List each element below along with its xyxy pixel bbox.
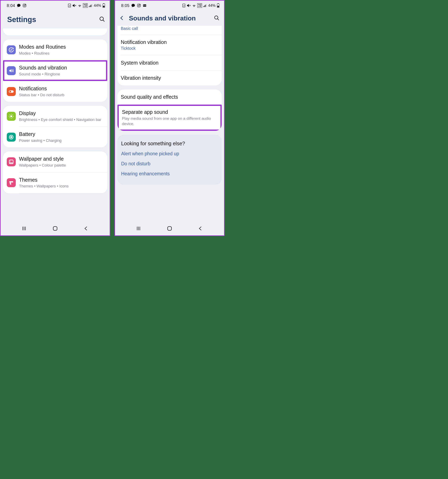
item-themes[interactable]: Themes Themes • Wallpapers • Icons <box>3 173 107 193</box>
svg-rect-20 <box>53 226 57 230</box>
item-title: Notifications <box>19 85 103 92</box>
search-button[interactable] <box>99 16 105 23</box>
item-call-vibration[interactable]: Call vibration Basic call <box>118 26 222 34</box>
signal-icon <box>89 4 92 7</box>
item-subtitle: Sound mode • Ringtone <box>19 72 102 77</box>
item-subtitle: Power saving • Charging <box>19 138 103 143</box>
status-bar: 8:05 Vo))LTE 44% <box>115 1 224 10</box>
item-system-vibration[interactable]: System vibration <box>118 55 222 70</box>
link-hearing[interactable]: Hearing enhancements <box>121 171 218 177</box>
wifi-icon <box>78 4 82 7</box>
instagram-icon <box>137 3 141 7</box>
card-display-group: Display Brightness • Eye comfort shield … <box>3 106 107 147</box>
item-notifications[interactable]: Notifications Status bar • Do not distur… <box>3 81 107 102</box>
back-button[interactable] <box>198 226 203 232</box>
highlight-sounds: Sounds and vibration Sound mode • Ringto… <box>3 60 107 81</box>
svg-point-23 <box>140 5 140 5</box>
item-title: Notification vibration <box>121 39 218 45</box>
clock: 8:05 <box>121 3 130 8</box>
toggle-icon <box>7 87 16 96</box>
svg-rect-25 <box>183 4 185 7</box>
sun-icon <box>7 112 16 121</box>
item-title: System vibration <box>121 60 218 66</box>
home-button[interactable] <box>52 226 58 232</box>
mute-icon <box>187 4 191 7</box>
svg-rect-29 <box>206 4 206 7</box>
speaker-icon <box>7 66 16 75</box>
looking-heading: Looking for something else? <box>121 141 218 146</box>
sounds-list[interactable]: Call vibration Basic call Notification v… <box>115 26 224 222</box>
svg-rect-28 <box>205 5 206 7</box>
clock: 8:04 <box>7 3 15 8</box>
phone-right: 8:05 Vo))LTE 44% Sounds and vibration <box>114 0 225 236</box>
volte-icon: Vo))LTE <box>197 3 202 8</box>
item-subtitle: Wallpapers • Colour palette <box>19 163 103 168</box>
mute-icon <box>72 4 76 7</box>
battery-ring-icon <box>7 133 16 142</box>
item-wallpaper-style[interactable]: Wallpaper and style Wallpapers • Colour … <box>3 151 107 172</box>
svg-rect-26 <box>203 6 204 7</box>
link-dnd[interactable]: Do not disturb <box>121 161 218 166</box>
svg-rect-3 <box>68 4 71 7</box>
instagram-icon <box>22 3 26 7</box>
chat-icon <box>131 3 135 7</box>
svg-rect-10 <box>103 6 105 7</box>
recents-button[interactable] <box>21 226 27 232</box>
item-notification-vibration[interactable]: Notification vibration Ticktock <box>118 35 222 55</box>
item-title: Modes and Routines <box>19 44 103 50</box>
svg-rect-6 <box>91 5 91 7</box>
item-modes-routines[interactable]: Modes and Routines Modes • Routines <box>3 40 107 60</box>
item-subtitle: Play media sound from one app on a diffe… <box>122 116 217 126</box>
link-alert-pickup[interactable]: Alert when phone picked up <box>121 151 218 157</box>
highlight-separate-app: Separate app sound Play media sound from… <box>118 105 222 131</box>
item-sound-quality[interactable]: Sound quality and effects <box>118 89 222 104</box>
signal-icon <box>203 4 207 7</box>
svg-point-16 <box>11 136 12 138</box>
svg-rect-31 <box>218 3 219 4</box>
item-title: Vibration intensity <box>121 75 218 81</box>
card-wallpaper-group: Wallpaper and style Wallpapers • Colour … <box>3 151 107 193</box>
card-looking-for: Looking for something else? Alert when p… <box>118 135 222 185</box>
item-title: Themes <box>19 177 103 183</box>
back-button[interactable] <box>84 226 89 232</box>
item-sounds-vibration[interactable]: Sounds and vibration Sound mode • Ringto… <box>4 61 106 80</box>
item-title: Battery <box>19 131 103 138</box>
svg-point-14 <box>10 115 12 117</box>
battery-icon <box>102 3 105 8</box>
card-icon <box>182 4 185 7</box>
header: Sounds and vibration <box>115 10 224 26</box>
item-battery[interactable]: Battery Power saving • Charging <box>3 127 107 147</box>
search-button[interactable] <box>214 15 220 22</box>
svg-point-33 <box>215 16 218 19</box>
item-title: Separate app sound <box>122 109 217 115</box>
page-title: Settings <box>7 15 36 24</box>
item-subtitle: Status bar • Do not disturb <box>19 92 103 98</box>
item-display[interactable]: Display Brightness • Eye comfort shield … <box>3 106 107 126</box>
svg-rect-9 <box>103 3 104 4</box>
item-value: Basic call <box>121 26 218 31</box>
card-partial <box>3 28 107 35</box>
battery-icon <box>217 3 220 8</box>
divider <box>19 193 107 193</box>
item-vibration-intensity[interactable]: Vibration intensity <box>118 71 222 86</box>
navigation-bar <box>1 222 110 235</box>
navigation-bar <box>115 222 224 235</box>
recents-button[interactable] <box>136 226 141 232</box>
brush-icon <box>7 178 16 187</box>
phone-left: 8:04 Vo))LTE 44% Settings <box>0 0 110 236</box>
chat-icon <box>17 3 21 7</box>
svg-point-18 <box>10 161 11 162</box>
svg-rect-7 <box>92 4 92 7</box>
home-button[interactable] <box>167 226 172 232</box>
settings-list[interactable]: Modes and Routines Modes • Routines Soun… <box>1 28 110 222</box>
back-button[interactable] <box>119 15 125 22</box>
status-bar: 8:04 Vo))LTE 44% <box>1 1 110 10</box>
item-separate-app-sound[interactable]: Separate app sound Play media sound from… <box>119 106 220 130</box>
item-subtitle: Themes • Wallpapers • Icons <box>19 184 103 189</box>
card-vibration: Call vibration Basic call Notification v… <box>118 26 222 86</box>
svg-rect-34 <box>168 226 171 230</box>
header: Settings <box>1 10 110 28</box>
battery-percent: 44% <box>208 3 216 8</box>
svg-point-22 <box>138 5 140 6</box>
svg-point-11 <box>100 17 104 21</box>
